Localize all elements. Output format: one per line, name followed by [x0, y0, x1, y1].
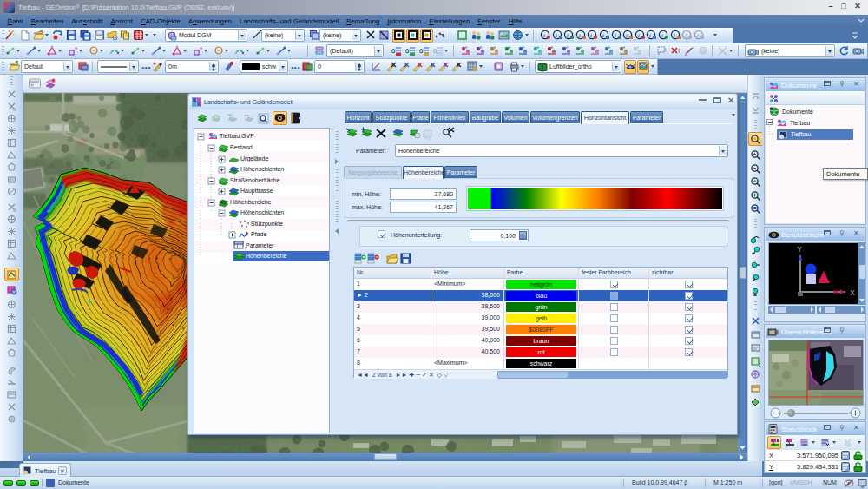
svg-text:6: 6	[433, 47, 437, 55]
svg-text:6: 6	[405, 47, 410, 55]
svg-text:i: i	[579, 32, 581, 39]
svg-text:i: i	[556, 32, 557, 39]
svg-text:i: i	[590, 32, 592, 39]
svg-text:i: i	[615, 32, 616, 39]
svg-text:i: i	[638, 32, 640, 39]
svg-text:6: 6	[391, 47, 396, 55]
svg-text:X: X	[850, 288, 855, 297]
svg-text:i: i	[674, 32, 675, 39]
svg-text:i: i	[567, 32, 569, 39]
svg-text:!: !	[678, 47, 680, 55]
svg-text:i: i	[649, 32, 651, 39]
svg-text:6: 6	[419, 47, 424, 55]
svg-text:i: i	[661, 32, 663, 39]
svg-text:i: i	[543, 32, 545, 39]
svg-text:i: i	[602, 32, 604, 39]
svg-text:i: i	[697, 32, 699, 39]
svg-text:i: i	[626, 32, 628, 39]
svg-text:Y: Y	[797, 245, 802, 254]
svg-text:i: i	[685, 32, 687, 39]
